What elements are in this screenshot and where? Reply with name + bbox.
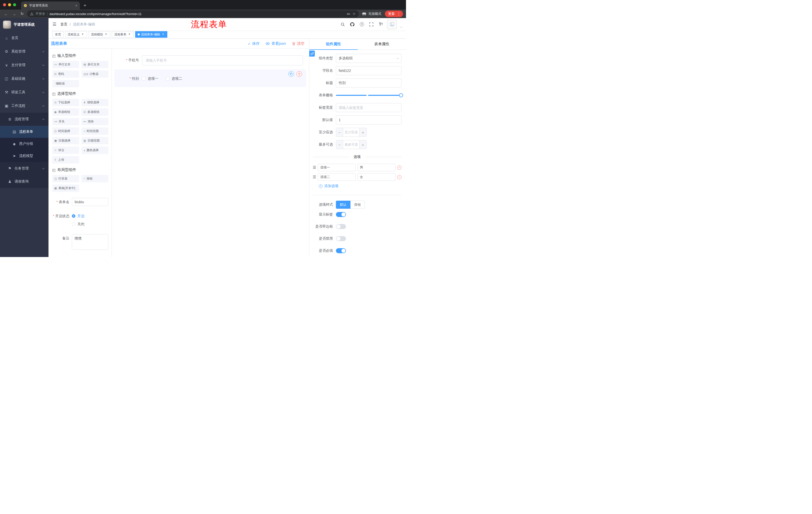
tag-home[interactable]: 首页 xyxy=(53,31,63,38)
plus-button[interactable]: + xyxy=(359,140,366,149)
copy-field-button[interactable] xyxy=(288,71,294,77)
sidebar-item-user-group[interactable]: ☻ 用户分组 xyxy=(0,138,49,150)
grid-slider[interactable] xyxy=(336,91,402,100)
palette-item-counter[interactable]: 123计数器 xyxy=(81,71,108,78)
label-width-input[interactable] xyxy=(336,103,402,112)
palette-item-slider[interactable]: ⊷滑块 xyxy=(81,118,108,125)
sidebar-item-leave-query[interactable]: ♟ 请假查询 xyxy=(0,175,49,188)
back-icon[interactable]: ← xyxy=(3,11,9,17)
tag-process-model[interactable]: 流程模型 × xyxy=(88,31,110,38)
canvas-field-gender[interactable]: 性别 选项一 选项二 xyxy=(114,70,306,87)
palette-item-date-range[interactable]: ▥日期范围 xyxy=(81,137,108,144)
avatar[interactable] xyxy=(387,20,397,29)
palette-item-switch[interactable]: ⊶开关 xyxy=(52,118,79,125)
key-icon[interactable] xyxy=(347,12,350,16)
tag-close-icon[interactable]: × xyxy=(127,33,131,36)
zoom-window-button[interactable] xyxy=(13,3,16,6)
form-remark-textarea[interactable]: 嘿嘿 xyxy=(72,234,108,250)
option-value-input[interactable] xyxy=(357,164,396,171)
forward-icon[interactable]: → xyxy=(11,11,17,17)
tag-close-icon[interactable]: × xyxy=(81,33,84,36)
tab-form-props[interactable]: 表单属性 xyxy=(358,39,406,50)
drag-handle-icon[interactable]: ☰ xyxy=(313,175,316,179)
reload-icon[interactable]: ↻ xyxy=(19,11,25,17)
status-off-radio[interactable]: 关闭 xyxy=(72,220,84,228)
sidebar-item-process-form[interactable]: ▤ 流程表单 xyxy=(0,126,49,138)
palette-item-password[interactable]: ⊡密码 xyxy=(52,71,79,78)
palette-item-radio-group[interactable]: ◉单选框组 xyxy=(52,108,79,116)
sidebar-item-task-mgmt[interactable]: ⚑ 任务管理 xyxy=(0,162,49,175)
fullscreen-icon[interactable] xyxy=(368,21,375,28)
sidebar-item-workflow[interactable]: ▣ 工作流程 xyxy=(0,99,49,113)
palette-item-rate[interactable]: ☆评分 xyxy=(52,146,79,154)
address-bar[interactable]: 不安全 dashboard.yudao.iocoder.cn/bpm/manag… xyxy=(27,10,359,17)
avatar-caret-icon[interactable] xyxy=(400,25,403,28)
field-name-input[interactable] xyxy=(336,66,402,75)
sidebar-item-process-model[interactable]: ➤ 流程模型 xyxy=(0,150,49,162)
palette-item-button[interactable]: ☝按钮 xyxy=(81,175,108,182)
minus-button[interactable]: − xyxy=(336,140,343,149)
component-type-select[interactable]: 多选框组 xyxy=(336,54,402,63)
view-json-button[interactable]: 查看json xyxy=(266,41,286,46)
sidebar-item-process-mgmt[interactable]: ≣ 流程管理 xyxy=(0,113,49,126)
breadcrumb-home[interactable]: 首页 xyxy=(60,22,67,27)
palette-item-single-text[interactable]: ▭单行文本 xyxy=(52,61,79,68)
tag-process-form-edit[interactable]: 流程表单-编辑 × xyxy=(135,31,167,38)
option-label-input[interactable] xyxy=(318,173,356,181)
title-input[interactable] xyxy=(336,78,402,87)
delete-field-button[interactable] xyxy=(296,71,302,77)
tag-close-icon[interactable]: × xyxy=(161,33,165,36)
gender-option2-checkbox[interactable]: 选项二 xyxy=(166,77,182,81)
save-button[interactable]: ✓ 保存 xyxy=(248,41,260,46)
sidebar-item-infra[interactable]: ◫ 基础设施 xyxy=(0,72,49,85)
palette-item-cascader[interactable]: ⋔级联选择 xyxy=(81,99,108,106)
tag-process-form[interactable]: 流程表单 × xyxy=(112,31,134,38)
help-icon[interactable]: ? xyxy=(358,21,365,28)
update-button[interactable]: 更新 ⋮ xyxy=(385,10,403,17)
required-switch[interactable] xyxy=(336,248,346,253)
close-window-button[interactable] xyxy=(3,3,6,6)
gender-option1-checkbox[interactable]: 选项一 xyxy=(142,77,158,81)
tab-close-icon[interactable]: × xyxy=(76,4,77,7)
add-option-button[interactable]: + 添加选项 xyxy=(319,184,402,188)
sidebar-item-devtools[interactable]: ⚒ 研发工具 xyxy=(0,85,49,99)
minimize-window-button[interactable] xyxy=(8,3,11,6)
status-on-radio[interactable]: 开启 xyxy=(72,212,84,220)
clear-button[interactable]: 清空 xyxy=(292,41,304,46)
palette-item-row-container[interactable]: ◫行容器 xyxy=(52,175,79,182)
phone-input[interactable] xyxy=(142,55,303,65)
show-label-switch[interactable] xyxy=(336,212,346,217)
font-size-icon[interactable]: TT xyxy=(378,21,384,28)
form-name-input[interactable] xyxy=(72,198,108,206)
border-switch[interactable] xyxy=(336,224,346,229)
style-default-button[interactable]: 默认 xyxy=(336,201,350,209)
palette-item-select[interactable]: ⊙下拉选择 xyxy=(52,99,79,106)
browser-tab[interactable]: 芋道管理系统 × xyxy=(21,1,80,9)
tab-component-props[interactable]: 组件属性 xyxy=(309,39,358,50)
sidebar-item-system[interactable]: ⚙ 系统管理 xyxy=(0,45,49,58)
link-button[interactable] xyxy=(309,51,315,57)
min-select-value[interactable]: 至少应选 xyxy=(343,128,359,137)
style-button-button[interactable]: 按钮 xyxy=(350,201,365,209)
sidebar-item-payment[interactable]: ¥ 支付管理 xyxy=(0,58,49,72)
palette-item-date-picker[interactable]: ▣日期选择 xyxy=(52,137,79,144)
browser-menu-icon[interactable]: ⋮ xyxy=(396,11,402,16)
minus-button[interactable]: − xyxy=(336,128,343,137)
sidebar-item-home[interactable]: ⌂ 首页 xyxy=(0,31,49,45)
tag-close-icon[interactable]: × xyxy=(104,33,108,36)
sidebar-toggle-icon[interactable]: ☰ xyxy=(53,22,56,27)
palette-item-color-picker[interactable]: ◑颜色选择 xyxy=(81,146,108,154)
github-icon[interactable] xyxy=(349,21,355,28)
palette-item-multi-text[interactable]: ▤多行文本 xyxy=(81,61,108,68)
new-tab-button[interactable]: + xyxy=(81,2,88,9)
slider-handle[interactable] xyxy=(399,93,403,97)
disabled-switch[interactable] xyxy=(336,236,346,241)
drag-handle-icon[interactable]: ☰ xyxy=(313,165,316,170)
palette-item-time-range[interactable]: ◔时间范围 xyxy=(81,128,108,135)
palette-item-checkbox-group[interactable]: ☑多选框组 xyxy=(81,108,108,116)
palette-item-table[interactable]: ▦表格[开发中] xyxy=(52,185,79,192)
plus-button[interactable]: + xyxy=(359,128,366,137)
bookmark-star-icon[interactable]: ☆ xyxy=(352,11,356,16)
palette-item-editor[interactable]: 编辑器 xyxy=(52,80,79,87)
search-icon[interactable] xyxy=(340,21,346,28)
